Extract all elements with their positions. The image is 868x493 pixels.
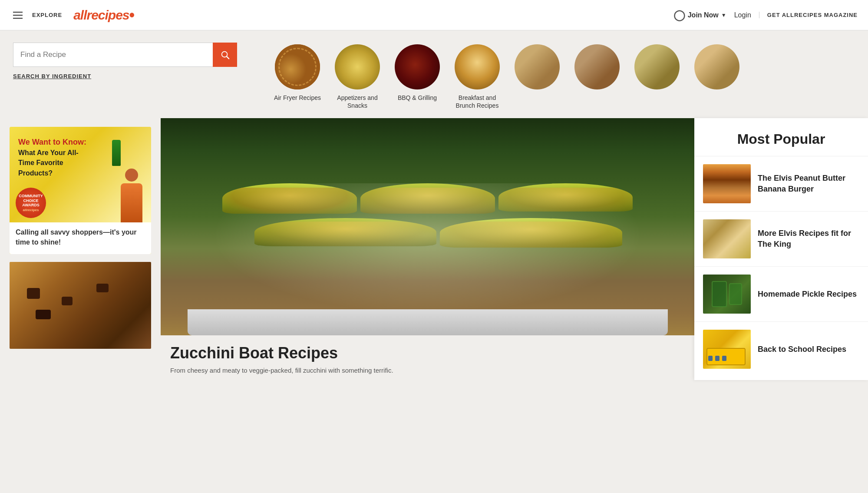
magazine-link[interactable]: GET ALLRECIPES MAGAZINE [759, 12, 858, 18]
category-item-air-fryer[interactable]: Air Fryer Recipes [274, 44, 321, 102]
promo-caption: Calling all savvy shoppers—it's your tim… [10, 222, 151, 254]
hero-area: Zucchini Boat Recipes From cheesy and me… [161, 118, 694, 380]
popular-thumb-elvis-recipes [703, 219, 751, 258]
hamburger-line [13, 15, 23, 16]
nav-right: ◯ Join Now ▼ Login GET ALLRECIPES MAGAZI… [673, 9, 858, 21]
category-circle-bbq [395, 44, 440, 89]
thumb-image-school-recipes [703, 330, 751, 369]
category-item-appetizers[interactable]: Appetizers and Snacks [333, 44, 381, 109]
navbar: EXPLORE allrecipes• ◯ Join Now ▼ Login G… [0, 0, 868, 30]
svg-line-1 [227, 56, 229, 59]
appetizer-food-image [335, 44, 380, 89]
categories: Air Fryer Recipes Appetizers and Snacks … [274, 43, 741, 109]
hamburger-line [13, 18, 23, 19]
search-by-ingredient[interactable]: SEARCH BY INGREDIENT [13, 73, 256, 79]
category-item-extra4[interactable] [693, 44, 741, 89]
hero-caption: Zucchini Boat Recipes From cheesy and me… [161, 335, 694, 380]
zucchini-boats [211, 183, 644, 314]
hamburger-menu[interactable] [10, 9, 25, 21]
hero-title: Zucchini Boat Recipes [170, 344, 685, 362]
explore-label: EXPLORE [32, 12, 62, 18]
hamburger-line [13, 12, 23, 13]
bbq-food-image [395, 44, 440, 89]
category-item-bbq[interactable]: BBQ & Grilling [393, 44, 441, 102]
figure-head [125, 169, 138, 182]
category-label-bbq: BBQ & Grilling [398, 94, 437, 102]
category-circle-extra3 [634, 44, 680, 89]
account-icon: ◯ [673, 9, 685, 21]
category-label-air-fryer: Air Fryer Recipes [274, 94, 321, 102]
vote-badge-text: COMMUNITYCHOICEAWARDSallrecipes [19, 194, 43, 212]
logo[interactable]: allrecipes• [73, 6, 135, 24]
airfryer-food-image [275, 44, 320, 89]
category-item-extra3[interactable] [633, 44, 681, 89]
category-circle-appetizers [335, 44, 380, 89]
main-content: We Want to Know: What Are Your All-Time … [0, 118, 868, 380]
logo-text: allrecipes [73, 8, 129, 23]
left-sidebar: We Want to Know: What Are Your All-Time … [0, 118, 161, 380]
hero-subtitle: From cheesy and meaty to veggie-packed, … [170, 366, 685, 376]
nav-left: EXPLORE allrecipes• [10, 6, 135, 24]
category-circle-extra1 [515, 44, 560, 89]
category-circle-extra4 [694, 44, 739, 89]
most-popular-panel: Most Popular The Elvis Peanut Butter Ban… [694, 118, 868, 380]
popular-thumb-elvis-burger [703, 164, 751, 203]
popular-thumb-pickle-recipes [703, 275, 751, 314]
promo-card[interactable]: We Want to Know: What Are Your All-Time … [10, 127, 151, 254]
popular-text-school-recipes: Back to School Recipes [758, 344, 846, 355]
search-input-row [13, 43, 256, 67]
popular-thumb-school-recipes [703, 330, 751, 369]
popular-item-elvis-recipes[interactable]: More Elvis Recipes fit for The King [694, 212, 868, 267]
search-icon [220, 50, 230, 60]
category-item-extra2[interactable] [573, 44, 621, 89]
thumb-image-elvis-recipes [703, 219, 751, 258]
promo-figure [121, 169, 142, 222]
food-card-image [10, 262, 151, 349]
category-label-breakfast: Breakfast and Brunch Recipes [453, 94, 501, 109]
popular-text-elvis-recipes: More Elvis Recipes fit for The King [758, 228, 859, 250]
promo-image-area: We Want to Know: What Are Your All-Time … [10, 127, 151, 222]
figure-body [121, 183, 142, 222]
category-circle-extra2 [574, 44, 620, 89]
popular-item-school-recipes[interactable]: Back to School Recipes [694, 322, 868, 377]
food-card[interactable] [10, 262, 151, 349]
logo-icon: • [129, 6, 135, 24]
login-link[interactable]: Login [734, 11, 751, 19]
popular-item-elvis-burger[interactable]: The Elvis Peanut Butter Banana Burger [694, 156, 868, 212]
search-button[interactable] [213, 43, 237, 67]
search-input[interactable] [13, 43, 213, 67]
thumb-image-elvis-burger [703, 164, 751, 203]
search-area: SEARCH BY INGREDIENT Air Fryer Recipes A… [0, 30, 868, 118]
vote-badge: COMMUNITYCHOICEAWARDSallrecipes [16, 188, 46, 218]
most-popular-title: Most Popular [694, 118, 868, 156]
category-label-appetizers: Appetizers and Snacks [333, 94, 381, 109]
promo-headline: We Want to Know: What Are Your All-Time … [18, 137, 88, 178]
join-now-label: Join Now [688, 11, 719, 19]
category-item-breakfast[interactable]: Breakfast and Brunch Recipes [453, 44, 501, 109]
cookie-visual [10, 262, 151, 349]
category-circle-air-fryer [275, 44, 320, 89]
promo-caption-text: Calling all savvy shoppers—it's your tim… [16, 228, 137, 245]
popular-text-elvis-burger: The Elvis Peanut Butter Banana Burger [758, 173, 859, 195]
join-now-button[interactable]: ◯ Join Now ▼ [673, 9, 726, 21]
promo-bottle [112, 140, 121, 166]
search-left: SEARCH BY INGREDIENT [13, 43, 256, 79]
breakfast-food-image [455, 44, 500, 89]
chevron-down-icon: ▼ [721, 12, 726, 18]
popular-item-pickle-recipes[interactable]: Homemade Pickle Recipes [694, 267, 868, 322]
popular-text-pickle-recipes: Homemade Pickle Recipes [758, 289, 857, 300]
category-circle-breakfast [455, 44, 500, 89]
hero-image[interactable] [161, 118, 694, 335]
thumb-image-pickle-recipes [703, 275, 751, 314]
zucchini-plate [187, 170, 667, 335]
category-item-extra1[interactable] [513, 44, 561, 89]
